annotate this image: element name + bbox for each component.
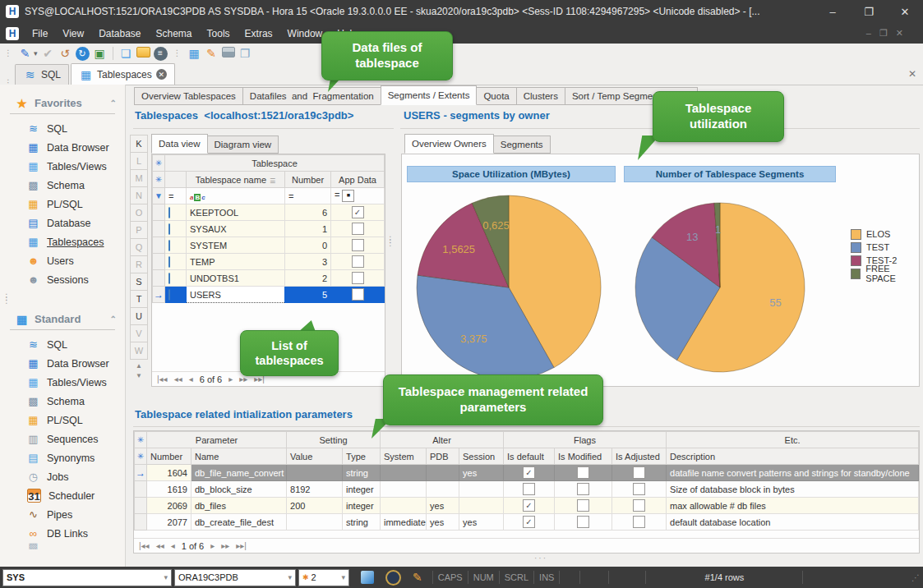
database-combo[interactable]: ORA19C3PDB▾ — [174, 569, 296, 586]
param-flag-cell[interactable] — [504, 465, 555, 481]
view-tab-segments[interactable]: Segments — [493, 136, 551, 154]
chevron-up-icon[interactable]: ⌃ — [110, 99, 117, 108]
checkbox[interactable] — [523, 516, 535, 528]
tablespace-row-UNDOTBS1[interactable]: UNDOTBS12 — [153, 270, 385, 287]
filter-icon[interactable]: ▼ — [153, 188, 165, 204]
page-tab-overview-tablespaces[interactable]: Overview Tablespaces — [134, 87, 243, 105]
column-header-session[interactable]: Session — [459, 448, 504, 465]
pager-prev-button[interactable]: ◂ — [171, 541, 175, 550]
tablespace-row-SYSAUX[interactable]: SYSAUX1 — [153, 221, 385, 237]
tablespace-row-TEMP[interactable]: TEMP3 — [153, 254, 385, 270]
view-tab-overview-owners[interactable]: Overview Owners — [404, 134, 494, 154]
letter-N[interactable]: N — [130, 187, 148, 204]
scroll-up-icon[interactable]: ▲ — [130, 360, 148, 370]
param-flag-cell[interactable] — [555, 514, 612, 531]
window-mode-icon[interactable] — [361, 571, 374, 584]
param-flag-cell[interactable] — [555, 481, 612, 498]
pager-prev-page-button[interactable]: ◂◂ — [156, 541, 164, 550]
app-data-cell[interactable] — [331, 221, 385, 237]
toolbar-undo-button[interactable]: ↺ — [58, 47, 72, 61]
page-tab-segments-extents[interactable]: Segments / Extents — [381, 85, 478, 105]
letter-R[interactable]: R — [130, 256, 148, 273]
param-row-1619[interactable]: 1619db_block_size8192integerSize of data… — [135, 481, 919, 498]
menu-item-view[interactable]: View — [55, 23, 91, 44]
pager-next-button[interactable]: ▸ — [210, 541, 215, 550]
pager-first-button[interactable]: |◂◂ — [139, 541, 150, 550]
letter-K[interactable]: K — [130, 135, 148, 153]
column-header-is-default[interactable]: Is default — [504, 448, 555, 465]
document-tab-sql[interactable]: ≋SQL — [15, 64, 69, 85]
param-flag-cell[interactable] — [555, 498, 612, 514]
scroll-down-icon[interactable]: ▼ — [130, 370, 148, 379]
pager-prev-page-button[interactable]: ◂◂ — [174, 374, 182, 384]
minimize-button[interactable]: – — [815, 0, 851, 23]
panel-splitter-grip[interactable]: ⋮⋮ — [386, 238, 395, 245]
maximize-button[interactable]: ❐ — [851, 0, 887, 23]
letter-V[interactable]: V — [130, 325, 148, 342]
sidebar-item-schema[interactable]: ▩Schema — [0, 176, 125, 195]
sidebar-item-tablespaces[interactable]: ▦Tablespaces — [0, 232, 125, 251]
chevron-up-icon[interactable]: ⌃ — [110, 315, 117, 324]
column-header-app-data[interactable]: App Data — [331, 172, 385, 188]
sidebar-item-data-browser[interactable]: ▦Data Browser — [0, 138, 125, 157]
checkbox[interactable] — [633, 483, 645, 495]
sidebar-item-sessions[interactable]: ☻Sessions — [0, 270, 125, 289]
menu-item-schema[interactable]: Schema — [149, 23, 200, 44]
checkbox[interactable] — [352, 223, 364, 235]
column-header-is-modified[interactable]: Is Modified — [555, 448, 612, 465]
letter-M[interactable]: M — [130, 170, 148, 187]
checkbox[interactable] — [352, 255, 364, 268]
filter-op[interactable]: = — [165, 188, 187, 204]
column-header-type[interactable]: Type — [343, 448, 381, 465]
chevron-down-icon[interactable]: ▾ — [34, 49, 38, 57]
filter-app-data[interactable]: = — [331, 188, 385, 204]
pager-prev-button[interactable]: ◂ — [189, 374, 193, 384]
column-header-is-adjusted[interactable]: Is Adjusted — [612, 448, 667, 465]
pager-next-page-button[interactable]: ▸▸ — [221, 541, 229, 550]
menu-item-extras[interactable]: Extras — [238, 23, 280, 44]
filter-op[interactable]: = — [285, 188, 331, 204]
checkbox[interactable] — [577, 499, 589, 512]
tablespace-row-KEEPTOOL[interactable]: KEEPTOOL6 — [153, 204, 385, 221]
column-header-number[interactable]: Number — [285, 172, 331, 188]
toolbar-table-grid-button[interactable]: ▦ — [187, 47, 201, 61]
sidebar-item-synonyms[interactable]: ▤Synonyms — [0, 448, 125, 467]
toolbar-chart-monitor-button[interactable]: ▣ — [93, 47, 107, 61]
tablespace-row-SYSTEM[interactable]: SYSTEM0 — [153, 237, 385, 254]
close-button[interactable]: ✕ — [887, 0, 923, 23]
app-data-cell[interactable] — [331, 254, 385, 270]
param-flag-cell[interactable] — [612, 498, 667, 514]
letter-T[interactable]: T — [130, 291, 148, 308]
toolbar-edit-pen-button[interactable]: ✎ — [18, 47, 32, 61]
checkbox[interactable] — [523, 466, 535, 479]
app-data-cell[interactable] — [331, 270, 385, 287]
column-header-tablespace-name[interactable]: Tablespace name☰ — [187, 172, 285, 188]
letter-Q[interactable]: Q — [130, 239, 148, 256]
column-header-pdb[interactable]: PDB — [427, 448, 459, 465]
tablespace-name-cell[interactable]: SYSTEM — [187, 237, 285, 254]
tablespace-name-cell[interactable]: SYSAUX — [187, 221, 285, 237]
app-data-cell[interactable] — [331, 287, 385, 303]
letter-U[interactable]: U — [130, 308, 148, 325]
param-flag-cell[interactable] — [555, 465, 612, 481]
sidebar-item-scheduler[interactable]: 31Scheduler — [0, 486, 125, 505]
sidebar-item-jobs[interactable]: ◷Jobs — [0, 467, 125, 486]
asterisk-icon[interactable]: ✳ — [135, 432, 147, 448]
column-header-description[interactable]: Description — [667, 448, 919, 465]
tablespace-name-cell[interactable]: UNDOTBS1 — [187, 270, 285, 287]
page-tab-clusters[interactable]: Clusters — [516, 87, 565, 105]
checkbox[interactable] — [577, 483, 589, 495]
checkbox[interactable] — [352, 239, 364, 251]
param-row-2069[interactable]: 2069db_files200integeryesmax allowable #… — [135, 498, 919, 514]
drag-grip-icon[interactable]: ⋮ — [171, 52, 184, 55]
mdi-window-controls[interactable]: –❐✕ — [866, 28, 923, 39]
close-tab-icon[interactable]: ✕ — [156, 69, 167, 80]
param-flag-cell[interactable] — [612, 514, 667, 531]
param-flag-cell[interactable] — [504, 498, 555, 514]
asterisk-icon[interactable]: ✳ — [153, 155, 165, 172]
asterisk-icon[interactable]: ✳ — [153, 172, 165, 188]
checkbox[interactable] — [352, 288, 364, 301]
checkbox[interactable] — [352, 272, 364, 284]
menu-item-tools[interactable]: Tools — [200, 23, 238, 44]
param-flag-cell[interactable] — [504, 514, 555, 531]
